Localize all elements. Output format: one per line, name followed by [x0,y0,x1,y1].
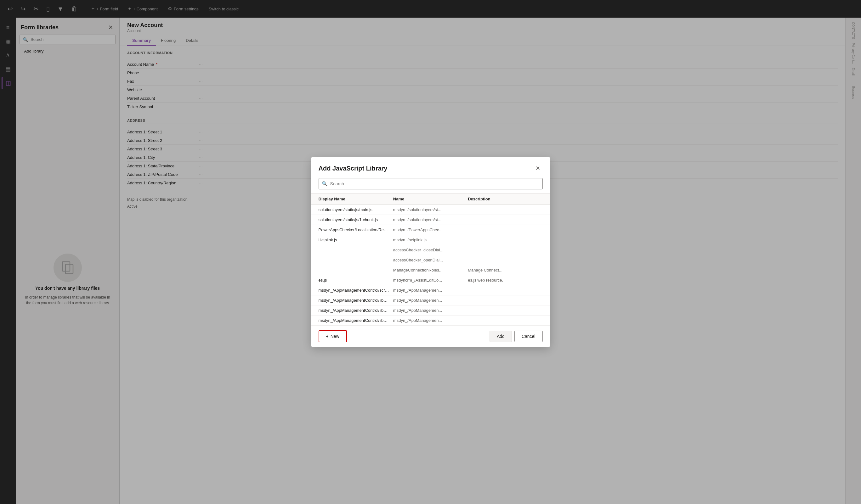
cell-desc [468,308,543,313]
cell-display-name: PowerAppsChecker/Localization/ResourceSt… [318,227,393,232]
cell-desc: es.js web resource. [468,278,543,282]
table-row[interactable]: msdyn_/AppManagementControl/scripts/AppM… [311,285,550,295]
table-row[interactable]: msdyn_/AppManagementControl/libs/react_1… [311,316,550,326]
modal-overlay: Add JavaScript Library ✕ 🔍 Display Name … [0,0,861,504]
cancel-button-label: Cancel [522,334,535,339]
cell-desc [468,218,543,222]
cell-name: msdyn_/solutionlayers/st... [393,218,468,222]
cell-name: msdyn_/solutionlayers/st... [393,207,468,212]
table-row[interactable]: msdyn_/AppManagementControl/libs/es6_shi… [311,306,550,316]
table-row[interactable]: es.js msdyncrm_/AssistEditCo... es.js we… [311,275,550,285]
cell-display-name: msdyn_/AppManagementControl/libs/promise… [318,298,393,303]
table-row[interactable]: PowerAppsChecker/Localization/ResourceSt… [311,225,550,235]
cell-name: accessChecker_closeDial... [393,248,468,252]
cell-display-name: msdyn_/AppManagementControl/libs/react_1… [318,318,393,323]
cell-desc [468,238,543,242]
modal-footer-right: Add Cancel [490,331,543,342]
new-plus-icon: + [326,334,329,339]
cell-display-name [318,248,393,252]
col-description: Description [468,197,543,201]
cell-name: ManageConnectionRoles... [393,268,468,272]
modal-title: Add JavaScript Library [318,165,387,172]
modal-footer-left: + New [318,330,347,342]
modal-table-body: solutionlayers/static/js/main.js msdyn_/… [311,205,550,326]
new-button[interactable]: + New [318,330,347,342]
modal-header: Add JavaScript Library ✕ [311,157,550,178]
table-row[interactable]: Helplink.js msdyn_/helplink.js [311,235,550,245]
new-button-label: New [330,334,339,339]
modal-search-icon: 🔍 [322,181,328,186]
cell-desc [468,207,543,212]
modal-table-header: Display Name Name Description [311,194,550,205]
cell-name: msdyn_/PowerAppsChec... [393,227,468,232]
cell-desc [468,318,543,323]
cell-name: msdyn_/AppManagemen... [393,318,468,323]
cell-display-name: msdyn_/AppManagementControl/scripts/AppM… [318,288,393,293]
cell-name: msdyncrm_/AssistEditCo... [393,278,468,282]
cell-desc [468,258,543,262]
cell-name: msdyn_/AppManagemen... [393,288,468,293]
modal-search-input[interactable] [318,178,543,190]
add-button-label: Add [497,334,505,339]
table-row[interactable]: msdyn_/AppManagementControl/libs/promise… [311,295,550,306]
table-row[interactable]: solutionlayers/static/js/1.chunk.js msdy… [311,215,550,225]
modal-footer: + New Add Cancel [311,326,550,347]
modal-table-wrapper: Display Name Name Description solutionla… [311,193,550,326]
cell-name: accessChecker_openDial... [393,258,468,262]
cell-display-name: solutionlayers/static/js/1.chunk.js [318,218,393,222]
cell-desc [468,248,543,252]
cell-display-name: es.js [318,278,393,282]
cell-desc [468,227,543,232]
cell-display-name [318,258,393,262]
table-row[interactable]: ManageConnectionRoles... Manage Connect.… [311,265,550,275]
table-row[interactable]: solutionlayers/static/js/main.js msdyn_/… [311,205,550,215]
modal-close-button[interactable]: ✕ [533,164,543,173]
cell-name: msdyn_/helplink.js [393,238,468,242]
cancel-button[interactable]: Cancel [515,331,543,342]
cell-display-name: solutionlayers/static/js/main.js [318,207,393,212]
table-row[interactable]: accessChecker_openDial... [311,255,550,265]
cell-desc [468,298,543,303]
cell-name: msdyn_/AppManagemen... [393,298,468,303]
add-js-library-modal: Add JavaScript Library ✕ 🔍 Display Name … [311,157,550,347]
col-display-name: Display Name [318,197,393,201]
add-button[interactable]: Add [490,331,512,342]
modal-search-wrapper: 🔍 [318,178,543,190]
cell-desc: Manage Connect... [468,268,543,272]
cell-display-name: Helplink.js [318,238,393,242]
col-name: Name [393,197,468,201]
table-row[interactable]: accessChecker_closeDial... [311,245,550,255]
cell-desc [468,288,543,293]
cell-display-name [318,268,393,272]
modal-search-bar: 🔍 [311,178,550,193]
cell-display-name: msdyn_/AppManagementControl/libs/es6_shi… [318,308,393,313]
cell-name: msdyn_/AppManagemen... [393,308,468,313]
